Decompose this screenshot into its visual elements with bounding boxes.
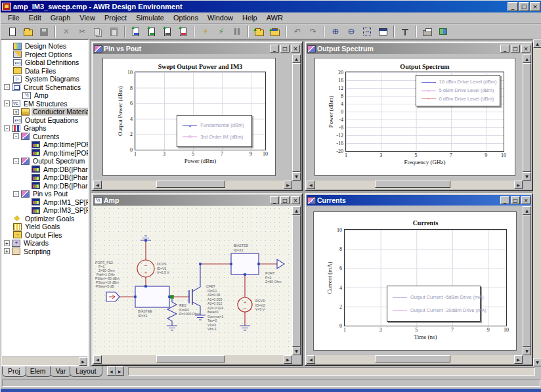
minimize-button[interactable]: _ — [508, 2, 518, 11]
copy-button[interactable] — [91, 25, 105, 38]
tab-scroll-left-button[interactable]: ◀ — [107, 366, 116, 376]
tree-item-circuit-schematics[interactable]: -Circuit Schematics — [3, 83, 88, 92]
tab-scroll-right-button[interactable]: ▶ — [116, 366, 124, 376]
minimize-button[interactable]: _ — [270, 196, 279, 204]
vertical-scrollbar[interactable]: ▲ ▼ — [523, 206, 531, 355]
save-project-button[interactable] — [37, 25, 51, 38]
component-cfet-f1[interactable]: CFET ID=F1 A0=0.05 A1=0.005 A2=0.012 A3=… — [189, 264, 223, 331]
delete-button[interactable]: ✕ — [59, 25, 74, 38]
menu-project[interactable]: Project — [100, 13, 131, 22]
tree-item-amp[interactable]: Amp — [3, 91, 88, 100]
scrollbar-thumb[interactable] — [292, 63, 301, 172]
window-output-spectrum[interactable]: Output Spectrum _ □ × Output Spectrum Po… — [305, 41, 533, 191]
print-button[interactable] — [420, 25, 435, 38]
add-design-item-button[interactable] — [268, 25, 282, 38]
tree-item-conductor-materials[interactable]: +Conductor Materials — [3, 108, 88, 116]
tree-item-wizards[interactable]: +Wizards — [3, 239, 88, 248]
vertical-scrollbar[interactable]: ▲ ▼ — [292, 206, 301, 355]
scroll-right-button[interactable]: ▶ — [514, 355, 523, 364]
horizontal-scrollbar[interactable]: ◀ ▶ — [93, 355, 292, 364]
tab-var[interactable]: Var — [50, 366, 72, 377]
paste-button[interactable] — [106, 25, 121, 38]
tree-item-scripting[interactable]: +Scripting — [3, 248, 88, 256]
zoom-fit-button[interactable] — [360, 25, 374, 38]
component-res-r3[interactable]: RES ID=R3 R=1000 Ohm — [167, 297, 200, 330]
scroll-up-button[interactable]: ▲ — [523, 54, 531, 63]
tab-proj[interactable]: Proj — [2, 366, 26, 377]
mdi-vertical-scrollbar[interactable]: ▲ ▼ — [533, 39, 541, 366]
close-button[interactable]: × — [291, 45, 300, 53]
tree-item-design-notes[interactable]: Design Notes — [3, 42, 88, 51]
tree-item-measurement[interactable]: Amp:DB(|Pharm( — [3, 165, 88, 174]
scroll-right-button[interactable]: ▶ — [514, 181, 523, 189]
close-button[interactable]: × — [521, 196, 530, 204]
scroll-right-button[interactable]: ▶ — [79, 357, 87, 366]
output-spectrum-titlebar[interactable]: Output Spectrum _ □ × — [307, 43, 531, 54]
window-amp-schematic[interactable]: Amp _ □ × — [91, 193, 303, 366]
scrollbar-thumb[interactable] — [292, 215, 301, 347]
run-simulation-button[interactable]: ⚡ — [214, 25, 228, 38]
restore-button[interactable]: □ — [511, 45, 520, 53]
redo-button[interactable]: ↷ — [306, 25, 320, 38]
graph-view[interactable]: Swept Output Power and IM3 Output Power … — [93, 54, 292, 181]
scroll-down-button[interactable]: ▼ — [292, 172, 301, 181]
horizontal-scrollbar[interactable]: ◀ ▶ — [93, 181, 292, 189]
tree-item-pin-vs-pout[interactable]: -Pin vs Pout — [3, 190, 88, 198]
tree-item-output-files[interactable]: Output Files — [3, 231, 88, 240]
scroll-left-button[interactable]: ◀ — [307, 355, 315, 364]
component-port2[interactable]: PORT P=2 Z=50 Ohm — [265, 259, 284, 284]
tree-item-measurement[interactable]: Amp:IM3_SP[PO — [3, 206, 88, 215]
graph-view[interactable]: Currents Current (mA) Time (ns) 10 8 6 4… — [307, 206, 523, 355]
scroll-up-button[interactable]: ▲ — [533, 39, 541, 48]
expand-icon[interactable]: + — [4, 240, 10, 246]
new-graph-button[interactable] — [176, 25, 190, 38]
component-port1[interactable]: PORT_PS2 P=1 Z=50 Ohm Fdel=1 GHz PStart=… — [95, 261, 119, 301]
open-project-button[interactable] — [21, 25, 35, 38]
close-button[interactable]: × — [521, 45, 530, 53]
expand-icon[interactable]: + — [13, 109, 19, 115]
tree-item-output-spectrum[interactable]: -Output Spectrum — [3, 157, 88, 165]
collapse-icon[interactable]: - — [4, 125, 10, 131]
new-document-button[interactable] — [5, 25, 20, 38]
restore-button[interactable]: □ — [511, 196, 520, 204]
pin-vs-pout-titlebar[interactable]: Pin vs Pout _ □ × — [93, 43, 301, 54]
menu-file[interactable]: File — [3, 13, 24, 22]
close-button[interactable]: × — [291, 196, 300, 204]
constraint-tool-button[interactable] — [398, 25, 412, 38]
tree-item-system-diagrams[interactable]: System Diagrams — [3, 75, 88, 83]
tree-item-measurement[interactable]: Amp:DB(|Pharm[ — [3, 173, 88, 182]
minimize-button[interactable]: _ — [270, 45, 279, 53]
scrollbar-thumb[interactable] — [156, 355, 225, 362]
menu-window[interactable]: Window — [203, 13, 238, 22]
add-project-item-button[interactable] — [252, 25, 267, 38]
tree-item-measurement[interactable]: Amp:Itime[PORT — [3, 149, 88, 158]
menu-view[interactable]: View — [75, 13, 100, 22]
tree-item-measurement[interactable]: Amp:IM1_SP[PO — [3, 198, 88, 207]
scroll-down-button[interactable]: ▼ — [523, 347, 531, 355]
window-pin-vs-pout[interactable]: Pin vs Pout _ □ × Swept Output Power and… — [91, 41, 303, 191]
scroll-right-button[interactable]: ▶ — [284, 355, 292, 364]
graph-view[interactable]: Output Spectrum Power (dBm) Frequency (G… — [307, 54, 523, 181]
tree-item-output-equations[interactable]: Output Equations — [3, 116, 88, 125]
tree-item-global-definitions[interactable]: Global Definitions — [3, 58, 88, 67]
menu-options[interactable]: Options — [169, 13, 203, 22]
tab-layout[interactable]: Layout — [70, 366, 102, 377]
tree-item-yield-goals[interactable]: Yield Goals — [3, 223, 88, 231]
component-biastee-x2[interactable]: BIASTEE ID=X2 — [231, 244, 259, 274]
tree-item-measurement[interactable]: Amp:DB(|Pharm[ — [3, 182, 88, 190]
scroll-down-button[interactable]: ▼ — [523, 172, 531, 181]
window-currents[interactable]: Currents _ □ × Currents Current (mA) Tim… — [305, 193, 533, 366]
scrollbar-thumb[interactable] — [156, 181, 225, 188]
collapse-icon[interactable]: - — [13, 133, 19, 139]
horizontal-scrollbar[interactable]: ◀ ▶ — [307, 355, 523, 364]
tree-item-optimizer-goals[interactable]: Optimizer Goals — [3, 215, 88, 223]
zoom-out-button[interactable]: ⊖ — [344, 25, 358, 38]
menu-edit[interactable]: Edit — [24, 13, 46, 22]
component-dcvs-v1[interactable]: − + DCVS ID=V1 V=0.3 V — [137, 236, 169, 277]
minimize-button[interactable]: _ — [500, 45, 509, 53]
scroll-up-button[interactable]: ▲ — [292, 54, 301, 63]
tree-item-data-files[interactable]: Data Files — [3, 67, 88, 76]
collapse-icon[interactable]: - — [13, 191, 19, 197]
pause-simulation-button[interactable] — [230, 25, 244, 38]
vertical-scrollbar[interactable]: ▲ ▼ — [523, 54, 531, 181]
